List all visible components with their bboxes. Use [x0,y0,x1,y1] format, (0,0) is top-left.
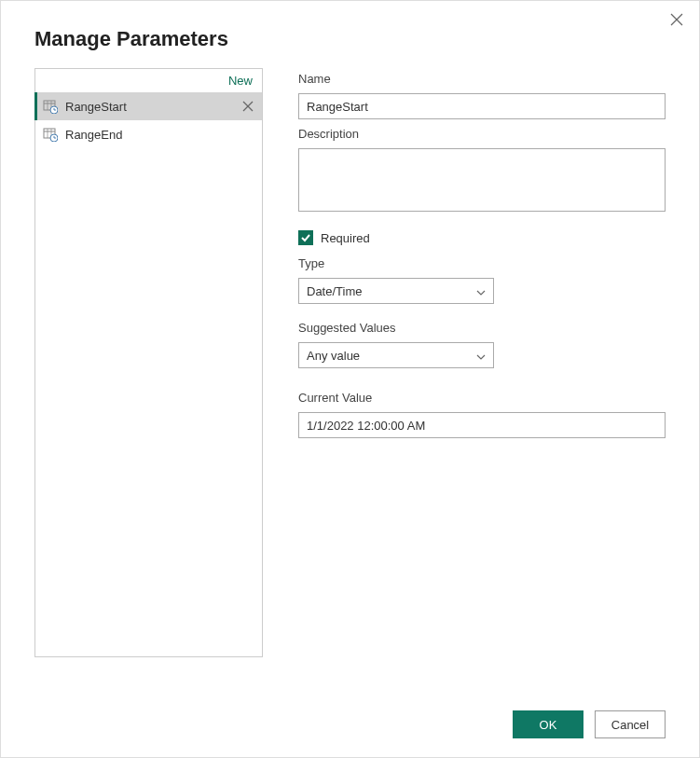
parameter-item-rangestart[interactable]: RangeStart [35,92,262,120]
cancel-button[interactable]: Cancel [595,710,666,738]
parameter-item-label: RangeStart [65,100,234,114]
new-parameter-button[interactable]: New [35,69,262,92]
description-input[interactable] [298,148,666,212]
parameter-list: New RangeStart [34,68,263,657]
parameter-item-rangeend[interactable]: RangeEnd [35,120,262,148]
parameter-icon [43,127,58,142]
parameter-icon [43,99,58,114]
ok-button[interactable]: OK [513,710,583,738]
chevron-down-icon [476,351,486,360]
parameter-item-label: RangeEnd [65,128,254,142]
current-value-label: Current Value [298,391,666,405]
required-label: Required [321,231,370,245]
current-value-input[interactable] [298,412,666,438]
type-value: Date/Time [307,284,362,298]
close-icon[interactable] [669,12,684,27]
suggested-values-select[interactable]: Any value [298,342,494,368]
dialog-title: Manage Parameters [34,27,666,51]
type-select[interactable]: Date/Time [298,278,494,304]
name-label: Name [298,72,666,86]
suggested-values-value: Any value [307,349,360,363]
parameter-form: Name Description Required Type Date/Time… [298,68,666,688]
delete-parameter-icon[interactable] [241,100,254,113]
required-checkbox[interactable] [298,230,313,245]
description-label: Description [298,127,666,141]
chevron-down-icon [476,286,486,296]
suggested-values-label: Suggested Values [298,321,666,335]
name-input[interactable] [298,93,666,119]
type-label: Type [298,256,666,270]
